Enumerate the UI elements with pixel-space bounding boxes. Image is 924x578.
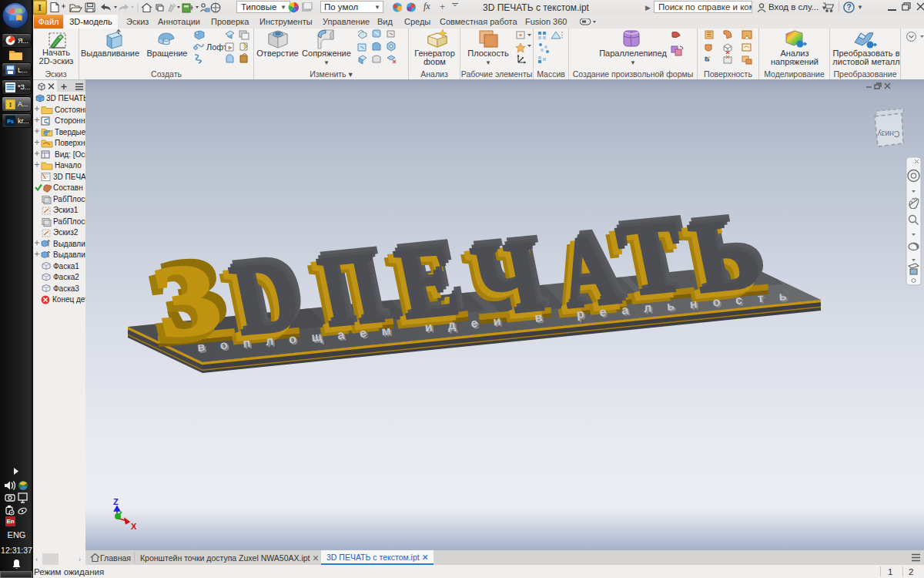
svg-text:РабПлоскос: РабПлоскос [53,217,85,226]
svg-text:Снизу: Снизу [877,129,900,139]
svg-text:Твердые те: Твердые те [55,128,85,136]
svg-text:I: I [9,101,12,109]
svg-text:Эскиз1: Эскиз1 [53,206,79,214]
svg-text:Конец дета: Конец дета [52,295,85,304]
svg-text:Фаска1: Фаска1 [53,262,79,271]
svg-text:РабПлоскос: РабПлоскос [53,195,85,203]
svg-text:3D ПЕЧАТЬ с те: 3D ПЕЧАТЬ с те [46,94,85,102]
svg-text:Выдавливан: Выдавливан [53,240,85,248]
svg-text:Состояния м: Состояния м [55,106,85,114]
svg-text:Выдавливан: Выдавливан [53,250,85,259]
svg-text:Фаска2: Фаска2 [53,273,79,281]
svg-text:I: I [38,2,42,13]
svg-text:Сторонние: Сторонние [55,116,85,125]
svg-text:Z: Z [113,497,119,506]
svg-text:Эскиз2: Эскиз2 [53,228,79,237]
svg-text:3D ПЕЧАТЬ: 3D ПЕЧАТЬ [53,173,85,181]
svg-text:?: ? [846,3,851,12]
svg-text:Начало: Начало [55,161,82,170]
svg-text:X: X [131,522,137,531]
svg-text:Ps: Ps [7,119,14,124]
svg-text:Поверхност: Поверхност [55,139,85,147]
svg-text:Составн: Составн [53,183,83,192]
svg-text:Фаска3: Фаска3 [53,284,79,293]
svg-text:Вид: [Основ: Вид: [Основ [55,150,85,159]
